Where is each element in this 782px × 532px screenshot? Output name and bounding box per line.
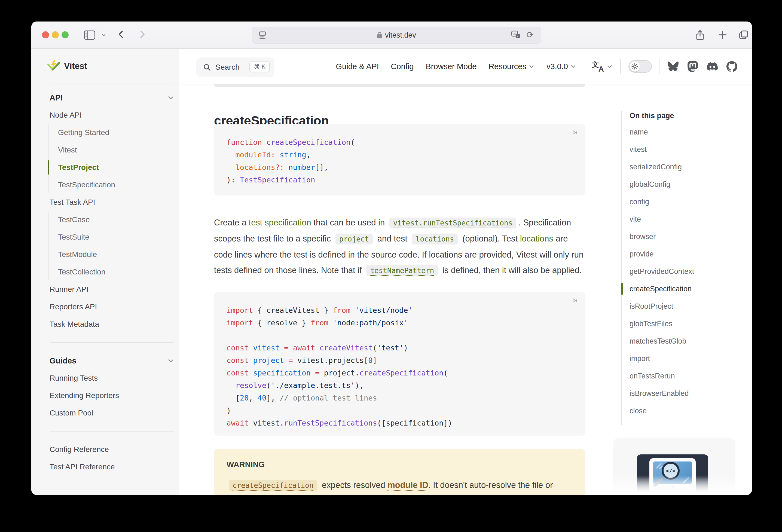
outline-item-isbrowserenabled[interactable]: isBrowserEnabled — [630, 385, 739, 402]
language-menu-button[interactable]: 文A — [592, 61, 613, 72]
forward-icon[interactable] — [138, 30, 147, 41]
outline-item-vite[interactable]: vite — [630, 210, 739, 228]
outline-item-isrootproject[interactable]: isRootProject — [630, 297, 739, 315]
nav-item-browser-mode[interactable]: Browser Mode — [426, 62, 476, 71]
sidebar-item-testsuite[interactable]: TestSuite — [31, 228, 179, 246]
github-icon[interactable] — [726, 61, 737, 72]
code-block-example: ts import { createVitest } from 'vitest/… — [214, 292, 585, 436]
sidebar-toggle-icon[interactable] — [84, 31, 95, 40]
outline-item-config[interactable]: config — [630, 193, 739, 210]
sidebar-item-label: Reporters API — [49, 303, 97, 311]
new-tab-icon[interactable] — [717, 30, 728, 41]
outline-item-vitest[interactable]: vitest — [630, 141, 739, 158]
outline-item-matchestestglob[interactable]: matchesTestGlob — [630, 332, 739, 350]
outline-item-provide[interactable]: provide — [630, 245, 739, 263]
sidebar-item-test-api-reference[interactable]: Test API Reference — [31, 458, 179, 476]
sidebar-item-extending-reporters[interactable]: Extending Reporters — [31, 387, 179, 404]
outline-item-browser[interactable]: browser — [630, 228, 739, 245]
nav-item-resources[interactable]: Resources — [489, 62, 534, 71]
mastodon-icon[interactable] — [687, 61, 698, 72]
browser-window: vitest.dev A x ⟳ — [31, 22, 752, 495]
outline-item-globalconfig[interactable]: globalConfig — [630, 176, 739, 193]
sidebar-item-runner-api[interactable]: Runner API — [31, 281, 179, 298]
sidebar-item-getting-started[interactable]: Getting Started — [31, 124, 179, 141]
outline-item-import[interactable]: import — [630, 350, 739, 367]
back-icon[interactable] — [116, 30, 126, 41]
inline-code-link[interactable]: createSpecification — [229, 480, 317, 491]
sidebar-item-label: TestSpecification — [58, 180, 115, 189]
sidebar-divider — [50, 83, 174, 84]
inline-code-link[interactable]: vitest.runTestSpecifications — [389, 217, 516, 228]
inline-code: locations — [412, 234, 458, 245]
outline-item-getprovidedcontext[interactable]: getProvidedContext — [630, 263, 739, 280]
code-language-label: ts — [572, 296, 577, 304]
discord-icon[interactable] — [707, 61, 718, 72]
laptop-illustration: </> — [649, 458, 696, 494]
sidebar-item-reporters-api[interactable]: Reporters API — [31, 298, 179, 316]
sponsor-illustration: </> — [637, 454, 708, 495]
vitest-logo[interactable]: Vitest — [47, 59, 87, 72]
link-module-id[interactable]: module ID — [387, 480, 428, 490]
nav-item-v3-0-0[interactable]: v3.0.0 — [546, 62, 576, 71]
sidebar-item-label: Running Tests — [49, 374, 98, 383]
code-language-label: ts — [572, 129, 577, 136]
reload-icon[interactable]: ⟳ — [526, 30, 534, 40]
vitest-logo-icon — [47, 59, 60, 72]
chevron-down-icon — [167, 94, 174, 101]
site-header: Search ⌘ K Guide & APIConfigBrowser Mode… — [179, 49, 752, 84]
sidebar-item-config-reference[interactable]: Config Reference — [31, 441, 179, 458]
share-icon[interactable] — [695, 30, 705, 41]
outline-item-globtestfiles[interactable]: globTestFiles — [630, 315, 739, 332]
sidebar-item-running-tests[interactable]: Running Tests — [31, 369, 179, 387]
sidebar-item-guides[interactable]: Guides — [31, 352, 179, 369]
translate-icon[interactable]: A x — [511, 31, 521, 39]
outline-item-serializedconfig[interactable]: serializedConfig — [630, 158, 739, 176]
sidebar-item-label: Test API Reference — [49, 463, 115, 471]
zoom-window-button[interactable] — [62, 31, 69, 38]
minimize-window-button[interactable] — [52, 31, 59, 38]
link-locations[interactable]: locations — [520, 234, 553, 243]
docs-sidebar: Vitest APINode APIGetting StartedVitestT… — [31, 49, 179, 495]
chevron-down-icon[interactable] — [101, 32, 106, 38]
nav-item-label: Browser Mode — [426, 62, 476, 71]
outline-item-ontestsrerun[interactable]: onTestsRerun — [630, 367, 739, 385]
sidebar-item-testcase[interactable]: TestCase — [31, 211, 179, 228]
sidebar-item-label: Extending Reporters — [49, 391, 119, 400]
sidebar-nav: APINode APIGetting StartedVitestTestProj… — [31, 89, 179, 476]
sidebar-item-label: Config Reference — [49, 445, 109, 454]
inline-code-link[interactable]: testNamePattern — [366, 265, 438, 276]
laptop-button-dot — [671, 486, 674, 488]
sponsor-card[interactable]: </> — [613, 438, 736, 495]
outline-item-name[interactable]: name — [630, 123, 739, 141]
nav-item-config[interactable]: Config — [391, 62, 414, 71]
sidebar-item-testproject[interactable]: TestProject — [31, 159, 179, 176]
search-button[interactable]: Search ⌘ K — [196, 58, 274, 77]
sidebar-item-vitest[interactable]: Vitest — [31, 141, 179, 159]
theme-toggle[interactable] — [629, 60, 652, 73]
description-paragraph: Create a test specification that can be … — [214, 215, 585, 279]
screenshot-stage: vitest.dev A x ⟳ — [0, 0, 782, 532]
nav-item-label: Guide & API — [336, 62, 379, 71]
sidebar-item-custom-pool[interactable]: Custom Pool — [31, 404, 179, 422]
sidebar-item-task-metadata[interactable]: Task Metadata — [31, 316, 179, 333]
sidebar-item-api[interactable]: API — [31, 89, 179, 106]
outline-item-createspecification[interactable]: createSpecification — [630, 280, 739, 297]
translate-icon: 文A — [592, 61, 604, 72]
address-bar[interactable]: vitest.dev A x ⟳ — [252, 27, 541, 43]
close-window-button[interactable] — [42, 31, 49, 38]
outline-item-close[interactable]: close — [630, 402, 739, 420]
sidebar-item-label: Custom Pool — [49, 409, 93, 417]
sidebar-item-node-api[interactable]: Node API — [31, 106, 179, 124]
url-text: vitest.dev — [385, 31, 416, 39]
top-nav: Guide & APIConfigBrowser ModeResourcesv3… — [324, 49, 737, 84]
link-test-specification[interactable]: test specification — [249, 218, 311, 227]
bluesky-icon[interactable] — [668, 61, 679, 72]
sidebar-item-testcollection[interactable]: TestCollection — [31, 263, 179, 281]
code-block-signature: ts function createSpecification( moduleI… — [214, 124, 585, 196]
tab-overview-icon[interactable] — [739, 30, 749, 41]
lock-icon — [377, 32, 382, 39]
sidebar-item-test-task-api[interactable]: Test Task API — [31, 193, 179, 211]
nav-item-guide-api[interactable]: Guide & API — [336, 62, 379, 71]
sidebar-item-testspecification[interactable]: TestSpecification — [31, 176, 179, 193]
sidebar-item-testmodule[interactable]: TestModule — [31, 246, 179, 263]
